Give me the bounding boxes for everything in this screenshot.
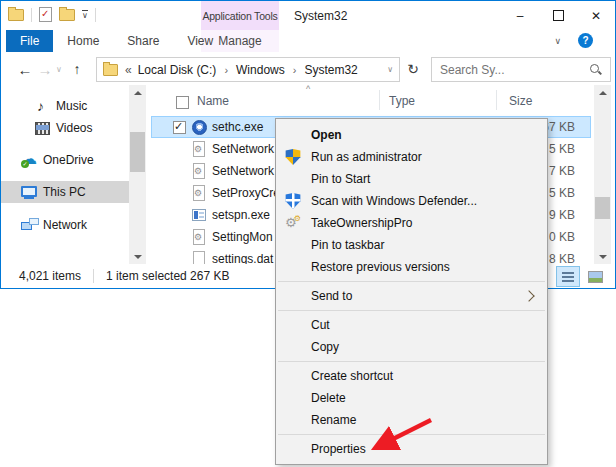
context-menu-item[interactable]: Run as administrator (276, 146, 547, 168)
ribbon-tab-label: Share (127, 34, 159, 48)
column-divider (379, 90, 380, 110)
select-all-checkbox[interactable] (176, 96, 189, 109)
sidebar-item[interactable]: OneDrive (1, 149, 129, 171)
context-menu-item-label: Send to (311, 289, 352, 303)
large-icons-view-icon (588, 271, 603, 283)
application-tools-contextual-tab[interactable]: Application Tools (201, 1, 279, 30)
ribbon-tab[interactable]: Home (53, 30, 113, 52)
sidebar-item[interactable]: Videos (1, 117, 129, 139)
ribbon-tab-label: File (20, 34, 39, 48)
ribbon-tab-label: Home (67, 34, 99, 48)
breadcrumb-overflow-icon[interactable]: « (125, 63, 132, 77)
context-menu-item-label: Pin to taskbar (311, 238, 384, 252)
properties-doc-icon[interactable] (39, 7, 52, 22)
context-menu: Open Run as administrator Pin to Start S… (275, 118, 548, 465)
sidebar-item-label: Music (56, 99, 87, 113)
context-menu-separator (278, 361, 545, 362)
context-menu-item[interactable]: Cut (276, 314, 547, 336)
maximize-button[interactable] (539, 1, 577, 30)
sidebar-item[interactable]: Network (1, 214, 129, 236)
sidebar-scrollbar[interactable] (129, 85, 146, 264)
address-bar[interactable]: « Local Disk (C:) › Windows › System32 ∨ (96, 57, 400, 82)
script-file-icon (191, 229, 207, 245)
context-menu-item[interactable]: Restore previous versions (276, 256, 547, 278)
large-icons-view-button[interactable] (583, 266, 607, 287)
help-button[interactable]: ? (578, 33, 593, 48)
film-icon (34, 120, 52, 136)
context-menu-item-label: Scan with Windows Defender... (311, 194, 477, 208)
context-menu-item[interactable]: Open (276, 124, 547, 146)
breadcrumb: Local Disk (C:) › Windows › System32 (138, 63, 358, 77)
sidebar-item-label: This PC (43, 185, 86, 199)
context-menu-item[interactable]: Copy (276, 336, 547, 358)
sidebar-item-label: Network (43, 218, 87, 232)
folder-icon[interactable] (8, 9, 24, 21)
search-icon[interactable] (589, 63, 602, 76)
context-menu-item[interactable]: Scan with Windows Defender... (276, 190, 547, 212)
column-header-name[interactable]: Name (197, 94, 229, 108)
breadcrumb-separator-icon: › (224, 64, 228, 76)
submenu-chevron-icon (523, 290, 534, 301)
sidebar-item-label: Videos (56, 121, 92, 135)
refresh-icon[interactable]: ↻ (403, 57, 423, 80)
sort-ascending-icon: ^ (306, 85, 310, 94)
window-controls: – ✕ (501, 1, 615, 30)
breadcrumb-separator-icon: › (293, 64, 297, 76)
details-view-button[interactable] (556, 266, 580, 287)
scroll-up-icon[interactable] (594, 85, 611, 100)
close-button[interactable]: ✕ (577, 1, 615, 30)
up-button[interactable]: ↑ (67, 53, 87, 85)
context-menu-item[interactable]: Create shortcut (276, 365, 547, 387)
breadcrumb-segment[interactable]: Local Disk (C:) (138, 63, 217, 77)
new-folder-icon[interactable] (59, 9, 75, 21)
breadcrumb-segment[interactable]: Windows (236, 63, 285, 77)
quick-access-toolbar: ∨ (8, 7, 96, 22)
screen: ∨ Application Tools System32 – ✕ File (0, 0, 616, 467)
script-file-icon (191, 185, 207, 201)
column-header-type[interactable]: Type (389, 94, 415, 108)
back-button[interactable]: ← (14, 53, 36, 85)
column-header-size[interactable]: Size (509, 94, 532, 108)
ribbon-tab[interactable]: Share (113, 30, 173, 52)
computer-icon (21, 184, 39, 200)
minimize-button[interactable]: – (501, 1, 539, 30)
column-divider (496, 90, 497, 110)
minimize-ribbon-chevron-icon[interactable]: ∨ (554, 30, 561, 52)
context-menu-item[interactable]: Send to (276, 285, 547, 307)
context-menu-item-label: Copy (311, 340, 339, 354)
maximize-icon (553, 10, 564, 21)
ribbon-tab[interactable]: File (6, 30, 53, 52)
sidebar-item[interactable]: This PC (1, 181, 129, 203)
context-menu-item-label: Create shortcut (311, 369, 393, 383)
sidebar-item-label: OneDrive (43, 153, 94, 167)
file-list-scrollbar[interactable] (594, 85, 611, 264)
network-icon (21, 217, 39, 233)
ribbon-tab-manage[interactable]: Manage (201, 30, 279, 52)
file-checkbox[interactable] (173, 121, 186, 134)
scrollbar-thumb[interactable] (130, 132, 145, 172)
search-input[interactable] (432, 63, 589, 77)
context-menu-item-label: TakeOwnershipPro (311, 216, 412, 230)
context-menu-item[interactable]: Delete (276, 387, 547, 409)
annotation-arrow (355, 414, 437, 458)
context-menu-item[interactable]: Pin to Start (276, 168, 547, 190)
context-menu-item[interactable]: TakeOwnershipPro (276, 212, 547, 234)
scroll-down-icon[interactable] (129, 249, 146, 264)
scroll-up-icon[interactable] (129, 85, 146, 100)
sidebar-item[interactable]: Music (1, 95, 129, 117)
context-menu-item-label: Rename (311, 413, 356, 427)
context-menu-separator (278, 310, 545, 311)
context-menu-item-label: Cut (311, 318, 330, 332)
context-menu-item-label: Delete (311, 391, 346, 405)
breadcrumb-segment[interactable]: System32 (304, 63, 357, 77)
forward-button[interactable]: → (35, 53, 55, 85)
address-bar-row: ← → ∨ ↑ « Local Disk (C:) › Windows › Sy… (1, 53, 615, 86)
script-file-icon (191, 163, 207, 179)
context-menu-item[interactable]: Pin to taskbar (276, 234, 547, 256)
items-count: 4,021 items (19, 269, 81, 283)
address-dropdown-chevron-icon[interactable]: ∨ (387, 65, 393, 74)
qat-customize-dropdown-icon[interactable]: ∨ (82, 10, 88, 19)
recent-locations-chevron-icon[interactable]: ∨ (53, 53, 65, 85)
scroll-down-icon[interactable] (594, 249, 611, 264)
scrollbar-thumb[interactable] (595, 197, 610, 219)
